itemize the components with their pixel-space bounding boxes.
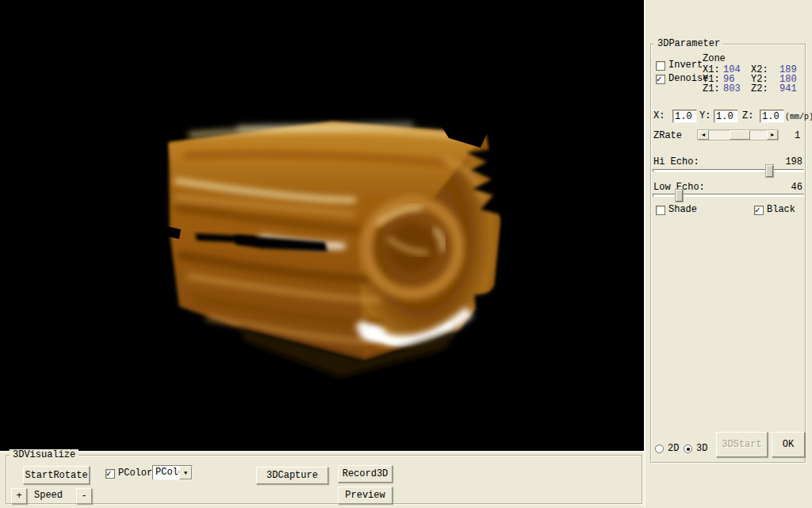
zone-z1-label: Z1: — [703, 84, 720, 94]
zone-z1-value: 803 — [723, 84, 741, 94]
scale-x-label: X: — [653, 111, 665, 121]
scale-z-label: Z: — [742, 111, 753, 121]
mode-2d-radio[interactable] — [655, 444, 664, 453]
render-viewport[interactable] — [0, 0, 644, 451]
scale-y-label: Y: — [699, 111, 710, 121]
zrate-scrollbar-thumb[interactable] — [730, 130, 750, 140]
invert-checkbox[interactable] — [656, 61, 665, 71]
shade-checkbox[interactable] — [656, 206, 665, 215]
hi-echo-slider-thumb[interactable] — [766, 165, 773, 177]
parameter-groupbox-title: 3DParameter — [654, 38, 723, 49]
invert-label: Invert — [668, 60, 703, 71]
record3d-button[interactable]: Record3D — [338, 465, 393, 483]
parameter-groupbox: 3DParameter Invert Denoise Zone X1: 104 … — [650, 44, 806, 463]
visualize-groupbox-title: 3DVisualize — [10, 449, 79, 460]
mode-3d-radio[interactable] — [684, 444, 692, 453]
zrate-label: ZRate — [653, 131, 682, 141]
hi-echo-slider[interactable] — [653, 165, 804, 177]
ok-button[interactable]: OK — [772, 432, 805, 457]
start-rotate-button[interactable]: StartRotate — [23, 466, 90, 484]
zrate-value: 1 — [795, 131, 800, 141]
denoise-checkbox[interactable] — [656, 75, 665, 84]
preview-button[interactable]: Preview — [338, 487, 393, 504]
parameter-panel: 3DParameter Invert Denoise Zone X1: 104 … — [644, 0, 812, 508]
zone-label: Zone — [703, 54, 726, 64]
pcolor-dropdown[interactable]: PColor ▼ — [152, 465, 193, 480]
speed-minus-button[interactable]: - — [76, 488, 92, 504]
speed-plus-button[interactable]: + — [11, 488, 27, 504]
scale-unit-label: (mm/p) — [785, 112, 812, 122]
zrate-left-arrow-icon[interactable]: ◄ — [698, 130, 709, 140]
volume-render — [0, 0, 644, 451]
pcolor-label: PColor — [118, 468, 152, 479]
zrate-scrollbar[interactable]: ◄ ► — [697, 129, 779, 140]
3dcapture-button[interactable]: 3DCapture — [256, 467, 328, 484]
zone-z2-label: Z2: — [751, 84, 768, 94]
zrate-right-arrow-icon[interactable]: ► — [767, 130, 778, 140]
low-echo-slider-thumb[interactable] — [676, 190, 683, 202]
3dstart-button[interactable]: 3DStart — [716, 432, 768, 457]
pcolor-checkbox[interactable] — [105, 469, 115, 479]
visualize-groupbox: 3DVisualize StartRotate + Speed - PColor… — [6, 455, 642, 504]
scale-z-input[interactable] — [760, 110, 784, 123]
speed-label: Speed — [34, 491, 63, 501]
scale-y-input[interactable] — [714, 110, 738, 123]
hi-echo-slider-track[interactable] — [653, 169, 804, 172]
visualize-panel: 3DVisualize StartRotate + Speed - PColor… — [0, 451, 644, 508]
mode-2d-label: 2D — [668, 444, 679, 454]
black-label: Black — [767, 205, 795, 215]
shade-label: Shade — [668, 205, 697, 215]
mode-3d-label: 3D — [696, 444, 707, 454]
pcolor-dropdown-arrow-icon[interactable]: ▼ — [179, 466, 192, 479]
zone-z2-value: 941 — [779, 84, 797, 94]
black-checkbox[interactable] — [754, 206, 764, 215]
scale-x-input[interactable] — [672, 110, 697, 123]
low-echo-slider[interactable] — [653, 190, 804, 202]
